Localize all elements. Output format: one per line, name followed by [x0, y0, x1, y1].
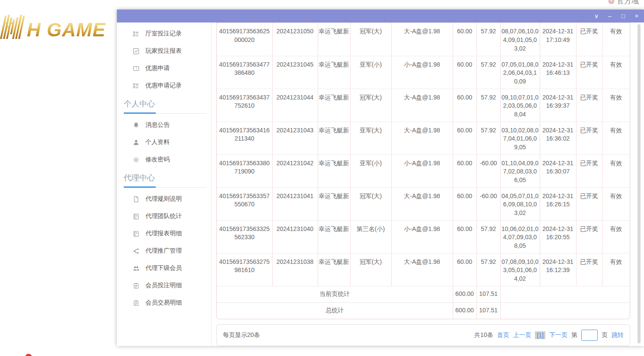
stats-label: 总统计 — [217, 302, 453, 319]
user-icon — [132, 139, 139, 146]
table-row: 40156917356338071909020241231042幸运飞艇新亚军(… — [217, 154, 630, 187]
sidebar-section-title: 代理中心 — [124, 173, 204, 186]
cell-content: 小-A盘@1.98 — [391, 56, 453, 89]
sidebar-item[interactable]: 优惠申请记录 — [117, 77, 211, 94]
bet-records-table: 40156917356362500002020241231050幸运飞艇新冠军(… — [217, 23, 630, 319]
sidebar-item-label: 代理下级会员 — [145, 264, 182, 272]
cell-valid: 有效 — [602, 56, 630, 89]
close-button[interactable]: × — [631, 10, 642, 22]
cell-game: 幸运飞艇新 — [318, 154, 350, 187]
sidebar-item-label: 厅室投注记录 — [145, 30, 182, 38]
cell-time: 2024-12-31 17:10:49 — [540, 23, 576, 56]
minimize-button[interactable]: – — [604, 10, 615, 22]
cell-content: 大-A盘@1.98 — [391, 23, 453, 56]
table-row: 40156917356327598161020241231038幸运飞艇新冠军(… — [217, 253, 630, 286]
stats-amount: 600.00 — [453, 286, 477, 302]
cell-time: 2024-12-31 16:39:37 — [540, 89, 576, 122]
stats-win-loss: 107.51 — [477, 302, 500, 319]
cell-valid: 有效 — [602, 187, 630, 220]
app-window: ∨ – □ × 厅室投注记录玩家投注报表优惠申请优惠申请记录个人中心消息公告个人… — [117, 10, 644, 346]
page-number-input[interactable] — [581, 330, 598, 341]
globe-icon — [608, 0, 615, 4]
maximize-button[interactable]: □ — [618, 10, 629, 22]
sidebar: 厅室投注记录玩家投注报表优惠申请优惠申请记录个人中心消息公告个人资料修改密码代理… — [117, 22, 212, 346]
sidebar-item[interactable]: 代理团队统计 — [117, 208, 211, 225]
vertical-scrollbar[interactable] — [638, 24, 641, 343]
cell-content: 大-A盘@1.98 — [391, 187, 453, 220]
window-titlebar: ∨ – □ × — [117, 10, 644, 22]
sidebar-item-label: 消息公告 — [145, 121, 170, 129]
cell-content: 小-A盘@1.98 — [391, 220, 453, 253]
cell-play: 冠军(大) — [350, 89, 391, 122]
cell-win-loss: 57.92 — [477, 89, 500, 122]
cell-period: 20241231038 — [272, 253, 318, 286]
table-row: 40156917356362500002020241231050幸运飞艇新冠军(… — [217, 23, 630, 56]
chart-icon — [132, 48, 139, 55]
cell-play: 冠军(大) — [350, 187, 391, 220]
cell-order-id: 401569173563325562330 — [217, 220, 272, 253]
current-page-indicator: [1] — [535, 331, 545, 339]
cell-amount: 60.00 — [453, 56, 477, 89]
cell-period: 20241231044 — [272, 89, 318, 122]
sidebar-item[interactable]: 代理下级会员 — [117, 260, 211, 277]
cell-status: 已开奖 — [576, 23, 602, 56]
cell-content: 大-A盘@1.98 — [391, 89, 453, 122]
sidebar-section-title: 个人中心 — [124, 99, 204, 112]
sidebar-item[interactable]: 代理报表明细 — [117, 225, 211, 242]
stats-amount: 600.00 — [453, 302, 477, 319]
sidebar-item[interactable]: 修改密码 — [117, 151, 211, 168]
sidebar-item-label: 代理规则说明 — [145, 195, 182, 203]
sidebar-item[interactable]: 会员投注明细 — [117, 277, 211, 294]
sidebar-section-header: 代理中心 — [124, 173, 204, 188]
cell-play: 冠军(大) — [350, 23, 391, 56]
cell-time: 2024-12-31 16:46:13 — [540, 56, 576, 89]
sidebar-item[interactable]: 玩家投注报表 — [117, 42, 211, 60]
sidebar-item[interactable]: 个人资料 — [117, 134, 211, 151]
logo-hh-game: H GAME — [3, 13, 106, 39]
total-count-label: 共10条 — [474, 331, 493, 339]
logo-text: H GAME — [25, 21, 106, 39]
jump-link[interactable]: 跳转 — [612, 331, 624, 339]
cell-amount: 60.00 — [453, 23, 477, 56]
cell-result: 03,10,02,08,07,04,01,06,09,05 — [500, 122, 540, 154]
sidebar-item[interactable]: 代理规则说明 — [117, 190, 211, 208]
sidebar-item[interactable]: 会员交易明细 — [117, 294, 211, 311]
sidebar-item-label: 玩家投注报表 — [145, 47, 182, 55]
prev-page-link[interactable]: 上一页 — [513, 331, 531, 339]
cell-valid: 有效 — [602, 23, 630, 56]
chevron-down-icon[interactable]: ∨ — [591, 10, 602, 22]
cell-time: 2024-12-31 16:20:55 — [540, 220, 576, 253]
cell-order-id: 401569173563357550670 — [217, 187, 272, 220]
sidebar-item[interactable]: 厅室投注记录 — [117, 25, 211, 42]
next-page-link[interactable]: 下一页 — [549, 331, 567, 339]
official-domain-link[interactable]: 官方域 — [608, 0, 639, 6]
sidebar-section-header: 个人中心 — [124, 99, 204, 114]
sidebar-item[interactable]: 消息公告 — [117, 116, 211, 134]
clipped-red-element — [25, 354, 32, 356]
file-icon — [132, 196, 139, 202]
cell-game: 幸运飞艇新 — [318, 253, 350, 286]
first-page-link[interactable]: 首页 — [497, 331, 509, 339]
cell-win-loss: -60.00 — [477, 187, 500, 220]
logo-dots — [3, 19, 16, 30]
share-icon — [132, 247, 139, 254]
sidebar-item[interactable]: 优惠申请 — [117, 60, 211, 77]
cell-time: 2024-12-31 16:30:07 — [540, 154, 576, 187]
sidebar-item[interactable]: 代理推广管理 — [117, 242, 211, 260]
cell-status: 已开奖 — [576, 122, 602, 154]
cell-order-id: 401569173563437752610 — [217, 89, 272, 122]
cell-content: 小-A盘@1.98 — [391, 154, 453, 187]
cell-result: 10,06,02,01,04,07,09,03,08,05 — [500, 220, 540, 253]
section-underline — [124, 112, 207, 114]
cell-order-id: 401569173563275981610 — [217, 253, 272, 286]
sidebar-item-label: 会员交易明细 — [145, 299, 182, 307]
cell-game: 幸运飞艇新 — [318, 23, 350, 56]
cell-valid: 有效 — [602, 122, 630, 154]
sidebar-item-label: 代理推广管理 — [145, 247, 182, 255]
stats-empty — [500, 286, 630, 302]
cell-result: 07,08,09,10,03,05,01,06,04,02 — [500, 253, 540, 286]
cell-period: 20241231045 — [272, 56, 318, 89]
page-suffix-label: 页 — [602, 331, 608, 339]
cell-result: 09,10,07,01,02,03,05,06,08,04 — [500, 89, 540, 122]
cell-result: 08,07,06,10,04,09,01,05,03,02 — [500, 23, 540, 56]
